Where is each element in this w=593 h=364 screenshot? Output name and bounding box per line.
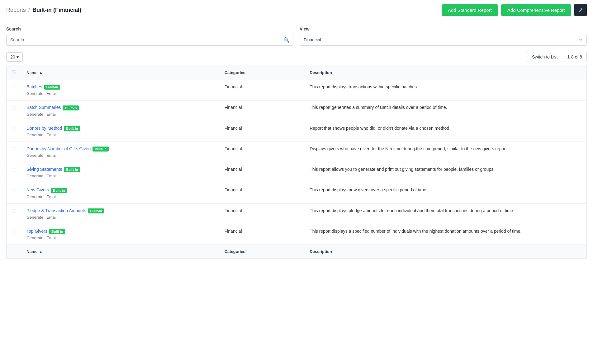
favorite-cell: ♡	[7, 162, 22, 183]
report-description-cell: This report displays transactions within…	[305, 80, 586, 100]
footer-name-cell[interactable]: Name ▲	[21, 245, 220, 259]
report-action-email-link[interactable]: Email	[46, 236, 57, 240]
add-comprehensive-report-button[interactable]: Add Comprehensive Report	[501, 4, 571, 16]
table-header: ♡ Name ▲ Categories Description	[7, 65, 587, 80]
report-description-cell: This report generates a summary of Batch…	[305, 100, 586, 121]
favorite-cell: ♡	[7, 80, 22, 100]
built-in-badge: Built-in	[63, 105, 79, 110]
report-action-generate-link[interactable]: Generate	[26, 174, 43, 178]
report-description-cell: Report that shows people who did, or did…	[305, 121, 586, 142]
report-name-cell: Batch SummariesBuilt-inGenerateEmail	[21, 100, 220, 121]
add-standard-report-button[interactable]: Add Standard Report	[442, 4, 498, 16]
table-footer: Name ▲ Categories Description	[7, 245, 587, 259]
favorite-heart-icon[interactable]: ♡	[12, 208, 17, 215]
report-action-email-link[interactable]: Email	[46, 174, 57, 178]
report-name-link[interactable]: New Givers	[26, 187, 49, 192]
favorite-heart-icon[interactable]: ♡	[12, 229, 17, 235]
favorite-heart-icon[interactable]: ♡	[12, 188, 17, 194]
report-name-cell: Donors by Number of Gifts GivenBuilt-inG…	[21, 142, 220, 162]
report-action-generate-link[interactable]: Generate	[26, 133, 43, 137]
report-action-generate-link[interactable]: Generate	[26, 236, 43, 240]
per-page-button[interactable]: 20 ▾	[6, 52, 23, 62]
built-in-badge: Built-in	[44, 85, 60, 90]
breadcrumb-reports-link[interactable]: Reports	[6, 7, 26, 13]
favorite-heart-icon[interactable]: ♡	[12, 85, 17, 91]
table-body: ♡BatchesBuilt-inGenerateEmailFinancialTh…	[7, 80, 587, 245]
built-in-badge: Built-in	[93, 147, 109, 152]
name-label: Name	[26, 70, 37, 75]
search-view-bar: Search 🔍 View Financial All	[0, 20, 593, 49]
view-select[interactable]: Financial All	[300, 34, 587, 46]
report-name-link[interactable]: Pledge & Transaction Amounts	[26, 208, 86, 213]
report-category-cell: Financial	[220, 100, 305, 121]
report-action-generate-link[interactable]: Generate	[26, 194, 43, 199]
page-header: Reports / Built-in (Financial) Add Stand…	[0, 0, 593, 20]
breadcrumb-current-page: Built-in (Financial)	[32, 7, 81, 13]
table-row: ♡BatchesBuilt-inGenerateEmailFinancialTh…	[7, 80, 587, 100]
report-action-generate-link[interactable]: Generate	[26, 153, 43, 158]
report-action-email-link[interactable]: Email	[46, 153, 57, 158]
report-name-cell: Donors by MethodBuilt-inGenerateEmail	[21, 121, 220, 142]
switch-pagination-group: Switch to List 1-8 of 8	[527, 52, 587, 62]
report-name-link[interactable]: Giving Statements	[26, 167, 62, 172]
favorite-cell: ♡	[7, 121, 22, 142]
favorite-cell: ♡	[7, 100, 22, 121]
report-category-cell: Financial	[220, 142, 305, 162]
view-label: View	[300, 26, 587, 31]
expand-icon: ↗	[578, 7, 583, 13]
report-actions: GenerateEmail	[26, 194, 215, 199]
report-action-email-link[interactable]: Email	[46, 112, 57, 117]
favorite-heart-icon[interactable]: ♡	[12, 126, 17, 132]
report-action-email-link[interactable]: Email	[46, 133, 57, 137]
table-row: ♡Giving StatementsBuilt-inGenerateEmailF…	[7, 162, 587, 183]
per-page-value: 20	[10, 54, 15, 59]
favorite-heart-icon[interactable]: ♡	[12, 167, 17, 173]
report-actions: GenerateEmail	[26, 153, 215, 158]
table-row: ♡Donors by MethodBuilt-inGenerateEmailFi…	[7, 121, 587, 142]
report-action-email-link[interactable]: Email	[46, 194, 57, 199]
table-header-row: ♡ Name ▲ Categories Description	[7, 65, 587, 80]
table-row: ♡Top GiversBuilt-inGenerateEmailFinancia…	[7, 224, 587, 245]
search-label: Search	[6, 26, 293, 31]
name-sort-header[interactable]: Name ▲	[26, 70, 215, 75]
report-name-link[interactable]: Donors by Number of Gifts Given	[26, 146, 91, 151]
footer-name-label: Name	[26, 249, 37, 254]
report-name-cell: BatchesBuilt-inGenerateEmail	[21, 80, 220, 100]
report-action-email-link[interactable]: Email	[46, 91, 57, 96]
report-name-link[interactable]: Batch Summaries	[26, 105, 61, 110]
breadcrumb: Reports / Built-in (Financial)	[6, 7, 442, 13]
report-category-cell: Financial	[220, 162, 305, 183]
switch-to-list-button[interactable]: Switch to List	[527, 52, 563, 62]
favorite-cell: ♡	[7, 203, 22, 224]
search-input[interactable]	[6, 34, 293, 46]
report-name-cell: Pledge & Transaction AmountsBuilt-inGene…	[21, 203, 220, 224]
report-name-link[interactable]: Batches	[26, 84, 42, 89]
reports-table: ♡ Name ▲ Categories Description ♡Batches…	[6, 65, 587, 259]
expand-icon-button[interactable]: ↗	[574, 4, 587, 16]
favorite-cell: ♡	[7, 224, 22, 245]
table-row: ♡Donors by Number of Gifts GivenBuilt-in…	[7, 142, 587, 162]
report-category-cell: Financial	[220, 224, 305, 245]
footer-name-sort[interactable]: Name ▲	[26, 249, 215, 254]
report-action-generate-link[interactable]: Generate	[26, 112, 43, 117]
report-category-cell: Financial	[220, 80, 305, 100]
report-name-link[interactable]: Donors by Method	[26, 126, 62, 131]
favorite-heart-icon[interactable]: ♡	[12, 147, 17, 153]
built-in-badge: Built-in	[51, 188, 67, 193]
report-name-link[interactable]: Top Givers	[26, 229, 47, 234]
col-header-name[interactable]: Name ▲	[21, 65, 220, 80]
favorite-heart-icon[interactable]: ♡	[12, 105, 17, 111]
report-action-email-link[interactable]: Email	[46, 215, 57, 220]
table-row: ♡New GiversBuilt-inGenerateEmailFinancia…	[7, 183, 587, 203]
toolbar-right: Switch to List 1-8 of 8	[527, 52, 587, 62]
report-name-cell: Giving StatementsBuilt-inGenerateEmail	[21, 162, 220, 183]
view-section: View Financial All	[300, 26, 587, 46]
report-action-generate-link[interactable]: Generate	[26, 215, 43, 220]
report-category-cell: Financial	[220, 203, 305, 224]
table-footer-row: Name ▲ Categories Description	[7, 245, 587, 259]
search-section: Search 🔍	[6, 26, 293, 46]
search-input-wrapper: 🔍	[6, 34, 293, 46]
report-action-generate-link[interactable]: Generate	[26, 91, 43, 96]
report-actions: GenerateEmail	[26, 91, 215, 96]
header-heart-icon[interactable]: ♡	[12, 69, 17, 76]
